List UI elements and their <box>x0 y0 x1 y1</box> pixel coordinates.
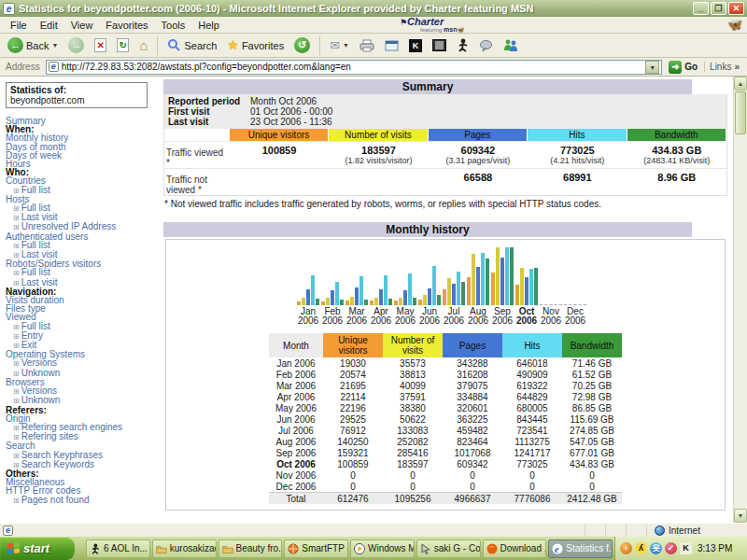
traffic-value-cell: 66588 <box>429 169 528 195</box>
aim-running-man-icon <box>457 38 469 52</box>
system-tray: ‹ ʎ 웃 ✓ K 3:13 PM <box>614 537 747 560</box>
print-button[interactable] <box>356 38 378 53</box>
monthly-table-cell: 71.46 GB <box>562 357 622 369</box>
monthly-table-cell: 20574 <box>323 369 383 380</box>
monthly-table-cell: 434.83 GB <box>562 458 622 469</box>
taskbar-item[interactable]: Beauty fro... <box>218 539 283 558</box>
menu-item-file[interactable]: File <box>4 18 34 33</box>
taskbar-item[interactable]: 6 AOL In...▼ <box>86 539 150 558</box>
taskbar-item[interactable]: kurosakizao <box>152 539 217 558</box>
menu-item-favorites[interactable]: Favorites <box>99 18 154 33</box>
menu-item-help[interactable]: Help <box>191 18 226 33</box>
chart-month-group <box>514 268 539 305</box>
chat-button[interactable] <box>475 38 497 53</box>
tray-k-icon[interactable]: K <box>680 542 692 554</box>
chart-bar <box>388 299 392 305</box>
menu-item-view[interactable]: View <box>64 18 100 33</box>
monthly-history-box: Jan2006Feb2006Mar2006Apr2006May2006Jun20… <box>165 239 726 511</box>
report-main: Summary Reported periodMonth Oct 2006Fir… <box>161 77 733 523</box>
back-dropdown-icon[interactable]: ▼ <box>51 42 58 49</box>
chart-bar <box>443 289 446 305</box>
tray-messenger-icon[interactable]: 웃 <box>650 542 662 554</box>
summary-table: Reported periodMonth Oct 2006First visit… <box>163 94 727 196</box>
chart-bar <box>370 301 374 305</box>
k-app-button[interactable]: K <box>405 38 426 53</box>
address-dropdown-icon[interactable]: ▼ <box>645 61 659 74</box>
chart-month-label: Feb2006 <box>320 307 345 326</box>
list-icon: ⊞ <box>13 359 20 368</box>
chart-bar <box>432 266 436 305</box>
monthly-table-cell: 0 <box>323 469 383 481</box>
tray-back-icon[interactable]: ‹ <box>620 542 632 554</box>
sidebar-link[interactable]: ⊞Pages not found <box>6 496 161 505</box>
forward-button[interactable]: → <box>64 36 88 54</box>
search-button[interactable]: Search <box>163 37 220 53</box>
address-input[interactable] <box>62 62 643 72</box>
summary-info-label: Last visit <box>168 117 250 127</box>
list-icon: ⊞ <box>13 497 20 505</box>
menu-item-tools[interactable]: Tools <box>155 18 192 33</box>
refresh-button[interactable]: ↻ <box>113 37 133 53</box>
monthly-table-cell: 334884 <box>443 391 502 402</box>
start-button[interactable]: start <box>0 537 75 560</box>
monthly-table-row: May 2006221963838032060168000586.85 GB <box>269 402 622 413</box>
scroll-thumb[interactable] <box>735 91 746 134</box>
chart-bar <box>384 275 388 305</box>
statistics-of-box: Statistics of: beyondpotter.com <box>6 82 148 108</box>
monthly-table-cell: 252082 <box>383 436 443 447</box>
go-button[interactable]: ➜ Go <box>665 61 701 74</box>
msn-messenger-button[interactable] <box>500 37 522 53</box>
chart-month-group <box>369 275 393 305</box>
chart-month-group <box>320 282 345 305</box>
statusbar-cell <box>585 524 605 537</box>
media-button[interactable] <box>429 38 450 52</box>
chart-month-group <box>417 266 442 305</box>
aim-button[interactable] <box>453 37 472 53</box>
mail-button[interactable]: ✉▼ <box>326 38 353 53</box>
stop-button[interactable]: ✕ <box>91 37 110 53</box>
monthly-table-cell: 1017068 <box>443 447 502 458</box>
scroll-down-button[interactable]: ▼ <box>734 509 747 523</box>
charter-flag-icon: ⚑ <box>400 18 407 27</box>
taskbar-item[interactable]: Download ... <box>483 539 547 558</box>
sidebar-link[interactable]: ⊞Unknown <box>6 396 161 405</box>
list-icon: ⊞ <box>13 204 20 213</box>
chart-bar <box>476 267 480 305</box>
traffic-value: 609342 <box>461 145 496 156</box>
monthly-table-cell: Dec 2006 <box>269 481 323 493</box>
monthly-table-cell: 159321 <box>323 447 383 458</box>
minimize-button[interactable]: _ <box>693 2 709 15</box>
chart-month-group <box>539 304 563 305</box>
edit-button[interactable] <box>381 38 402 53</box>
monthly-table-cell: 0 <box>443 481 502 493</box>
favorites-button[interactable]: ★ Favorites <box>223 37 288 53</box>
tray-aol-icon[interactable]: ʎ <box>635 542 647 554</box>
home-button[interactable]: ⌂ <box>135 37 151 53</box>
chart-bar <box>359 276 363 305</box>
monthly-table-row: Jul 200676912133083459482723541274.85 GB <box>269 425 622 436</box>
tray-shield-icon[interactable]: ✓ <box>665 542 677 554</box>
scroll-track[interactable] <box>734 135 747 509</box>
links-button[interactable]: Links » <box>704 62 744 72</box>
summary-column-header: Number of visits <box>329 129 428 141</box>
monthly-table-cell: 21695 <box>323 380 383 391</box>
monthly-table-cell: 0 <box>323 481 383 493</box>
monthly-table-cell: Feb 2006 <box>269 369 323 380</box>
scroll-up-button[interactable]: ▲ <box>734 77 747 91</box>
taskbar-item[interactable]: saki G - Co... <box>416 539 481 558</box>
close-button[interactable]: ✕ <box>728 2 744 15</box>
traffic-value-ratio: (2483.41 KB/visit) <box>627 156 726 165</box>
restore-button[interactable]: ❐ <box>711 2 726 15</box>
back-button[interactable]: ← Back ▼ <box>4 36 62 54</box>
taskbar-item[interactable]: Windows M... <box>350 539 415 558</box>
monthly-table-header: Hits <box>502 333 562 357</box>
taskbar-item[interactable]: eStatistics f... <box>548 539 613 558</box>
history-button[interactable]: ↺ <box>290 36 314 54</box>
chart-bar <box>350 297 354 305</box>
monthly-table-row: Aug 20061402502520828234641113275547.05 … <box>269 436 622 447</box>
menu-item-edit[interactable]: Edit <box>34 18 64 33</box>
monthly-table-cell: 274.85 GB <box>562 425 622 436</box>
chart-month-label: Nov2006 <box>539 307 563 326</box>
summary-column-header: Bandwidth <box>627 129 726 141</box>
taskbar-item[interactable]: SmartFTP -... <box>284 539 348 558</box>
